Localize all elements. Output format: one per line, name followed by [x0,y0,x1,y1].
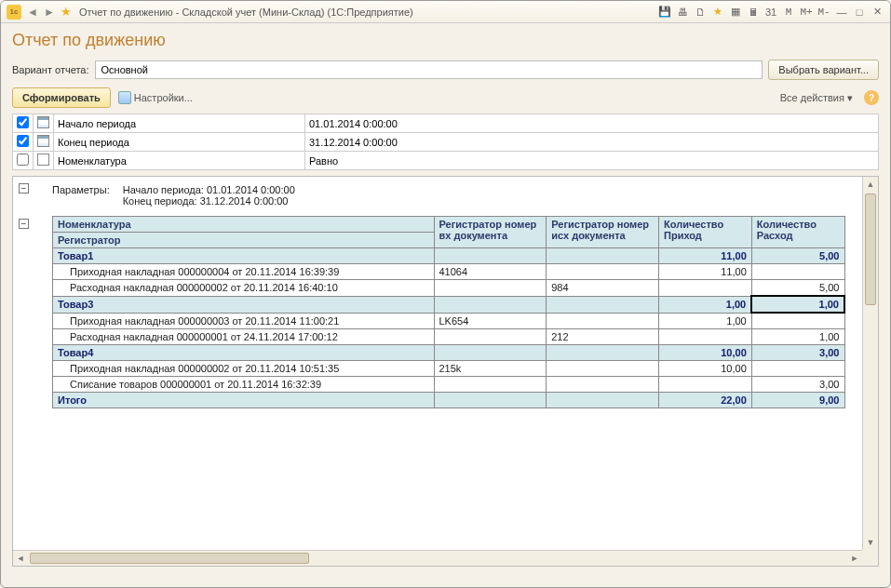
registrar-cell: Расходная накладная 000000002 от 20.11.2… [53,280,435,297]
maximize-icon[interactable]: □ [852,5,867,20]
in-no-cell [434,280,547,297]
report-table: Номенклатура Регистратор номер вх докуме… [52,216,845,408]
horizontal-scrollbar[interactable]: ◄ ► [13,550,862,566]
group-name: Товар3 [53,296,435,313]
param-checkbox[interactable] [17,135,29,147]
calc-icon[interactable]: 🖩 [746,5,761,20]
group-row[interactable]: Товар31,001,00 [53,296,845,313]
total-qty-out: 9,00 [751,392,844,408]
scroll-right-icon[interactable]: ► [847,551,862,566]
window-title: Отчет по движению - Складской учет (Мини… [75,7,654,18]
param-checkbox[interactable] [17,116,29,128]
qty-in-cell [659,376,752,392]
registrar-cell: Приходная накладная 000000003 от 20.11.2… [53,313,435,328]
save-icon[interactable]: 💾 [657,5,672,20]
group-row[interactable]: Товар111,005,00 [53,248,845,264]
scroll-up-icon[interactable]: ▲ [863,177,878,192]
total-label: Итого [53,392,435,408]
params-table: Начало периода01.01.2014 0:00:00Конец пе… [12,114,879,170]
app-logo-icon: 1c [7,5,21,20]
param-value[interactable]: 01.01.2014 0:00:00 [305,114,879,133]
detail-row[interactable]: Расходная накладная 000000001 от 24.11.2… [53,328,845,344]
param-value[interactable]: Равно [305,152,879,170]
qty-in-cell [659,328,752,344]
preview-icon[interactable]: 🗋 [693,5,708,20]
scroll-thumb-v[interactable] [865,194,876,305]
col-qty-out: Количество Расход [751,217,844,248]
scroll-thumb-h[interactable] [30,553,309,564]
registrar-cell: Приходная накладная 000000002 от 20.11.2… [53,360,435,376]
param-value[interactable]: 31.12.2014 0:00:00 [305,133,879,152]
titlebar: 1c ◄ ► ★ Отчет по движению - Складской у… [1,1,890,23]
collapse-report-icon[interactable]: − [19,219,29,229]
toolbar-icons: 💾 🖶 🗋 ★ ▦ 🖩 31 M M+ M- — □ ✕ [657,5,884,20]
detail-row[interactable]: Приходная накладная 000000002 от 20.11.2… [53,360,845,376]
col-reg-in: Регистратор номер вх документа [434,217,547,248]
favorite-icon[interactable]: ★ [61,5,72,19]
param-label: Начало периода [54,114,305,133]
nav-buttons: ◄ ► [25,5,57,20]
qty-out-cell: 1,00 [751,328,844,344]
mem-m[interactable]: M [781,5,796,20]
detail-row[interactable]: Приходная накладная 000000004 от 20.11.2… [53,264,845,280]
group-qty-in: 10,00 [659,344,752,360]
qty-out-cell: 5,00 [751,280,844,297]
out-no-cell: 212 [547,328,659,344]
close-icon[interactable]: ✕ [870,5,884,20]
qty-in-cell: 11,00 [659,264,752,280]
vertical-scrollbar[interactable]: ▲ ▼ [862,177,878,550]
group-name: Товар1 [53,248,435,264]
detail-row[interactable]: Приходная накладная 000000003 от 20.11.2… [53,313,845,328]
in-no-cell: 41064 [434,264,547,280]
select-variant-button[interactable]: Выбрать вариант... [768,60,879,80]
mem-mplus[interactable]: M+ [799,5,814,20]
scroll-left-icon[interactable]: ◄ [13,551,28,566]
group-qty-in: 11,00 [659,248,752,264]
collapse-params-icon[interactable]: − [19,183,29,194]
calendar-icon [37,116,49,128]
detail-row[interactable]: Списание товаров 000000001 от 20.11.2014… [53,376,845,392]
group-row[interactable]: Товар410,003,00 [53,344,845,360]
qty-out-cell [751,360,844,376]
param-label: Номенклатура [54,152,305,170]
param-label: Конец периода [54,133,305,152]
star2-icon[interactable]: ★ [710,5,725,20]
param-line2: Конец периода: 31.12.2014 0:00:00 [123,195,295,207]
settings-icon [118,91,131,104]
group-qty-out: 3,00 [751,344,844,360]
in-no-cell: 215k [434,360,547,376]
detail-row[interactable]: Расходная накладная 000000002 от 20.11.2… [53,280,845,297]
settings-label: Настройки... [134,92,193,103]
qty-in-cell: 1,00 [659,313,752,328]
group-qty-in: 1,00 [659,296,752,313]
mem-mminus[interactable]: M- [817,5,831,20]
param-row: Начало периода01.01.2014 0:00:00 [13,114,879,133]
out-no-cell: 984 [547,280,659,297]
nav-fwd-icon[interactable]: ► [42,5,57,20]
minimize-icon[interactable]: — [834,5,849,20]
registrar-cell: Списание товаров 000000001 от 20.11.2014… [53,376,435,392]
print-icon[interactable]: 🖶 [675,5,690,20]
grid-icon[interactable]: ▦ [728,5,743,20]
out-no-cell [547,360,659,376]
help-icon[interactable]: ? [864,90,879,105]
all-actions-menu[interactable]: Все действия ▾ [780,92,853,104]
qty-in-cell: 10,00 [659,360,752,376]
qty-out-cell [751,264,844,280]
settings-link[interactable]: Настройки... [118,91,193,104]
param-checkbox[interactable] [17,154,29,166]
list-icon [37,154,49,166]
col-qty-in: Количество Приход [659,217,752,248]
variant-input[interactable] [95,60,763,79]
calendar-icon [37,135,49,147]
params-title: Параметры: [52,184,110,195]
param-row: Конец периода31.12.2014 0:00:00 [13,133,879,152]
out-no-cell [547,313,659,328]
calendar-icon[interactable]: 31 [763,5,778,20]
param-line1: Начало периода: 01.01.2014 0:00:00 [123,184,295,195]
in-no-cell [434,328,547,344]
qty-out-cell: 3,00 [751,376,844,392]
nav-back-icon[interactable]: ◄ [25,5,40,20]
scroll-down-icon[interactable]: ▼ [863,535,878,550]
form-report-button[interactable]: Сформировать [12,87,111,108]
